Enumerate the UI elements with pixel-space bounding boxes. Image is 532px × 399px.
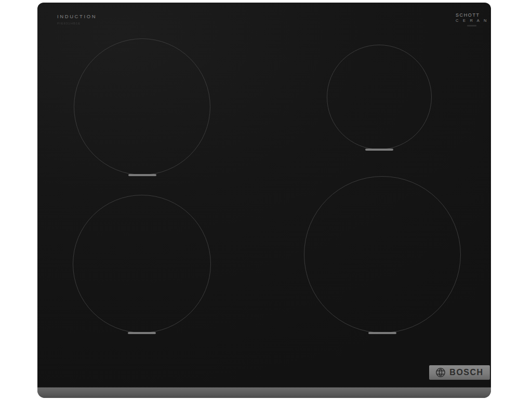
cooking-zone-back-right — [327, 45, 432, 150]
ceran-label: C E R A N — [456, 18, 488, 23]
induction-label: INDUCTION — [57, 14, 97, 19]
zone-tick-mark — [128, 174, 156, 176]
schott-ceran-branding: SCHOTT C E R A N — [456, 12, 488, 26]
induction-hob: INDUCTION PIE631HB1E SCHOTT C E R A N On — [37, 3, 491, 398]
top-left-branding: INDUCTION PIE631HB1E — [57, 14, 97, 25]
touch-control-panel: On hold boost 35 0 0 6 ☆ mi — [37, 330, 491, 387]
cooking-zone-front-left — [73, 195, 211, 333]
bosch-logo-text: BOSCH — [449, 368, 483, 377]
zone-tick-mark — [365, 149, 393, 151]
model-number: PIE631HB1E — [57, 22, 97, 25]
schott-label: SCHOTT — [456, 12, 488, 18]
front-trim — [37, 387, 491, 398]
product-photo: INDUCTION PIE631HB1E SCHOTT C E R A N On — [0, 0, 532, 399]
bosch-logo-band: BOSCH — [429, 365, 490, 380]
bosch-anchor-icon — [435, 367, 446, 378]
ceran-fine-print — [467, 25, 476, 26]
cooking-zone-front-right — [304, 176, 461, 333]
cooking-zone-back-left — [74, 38, 210, 175]
